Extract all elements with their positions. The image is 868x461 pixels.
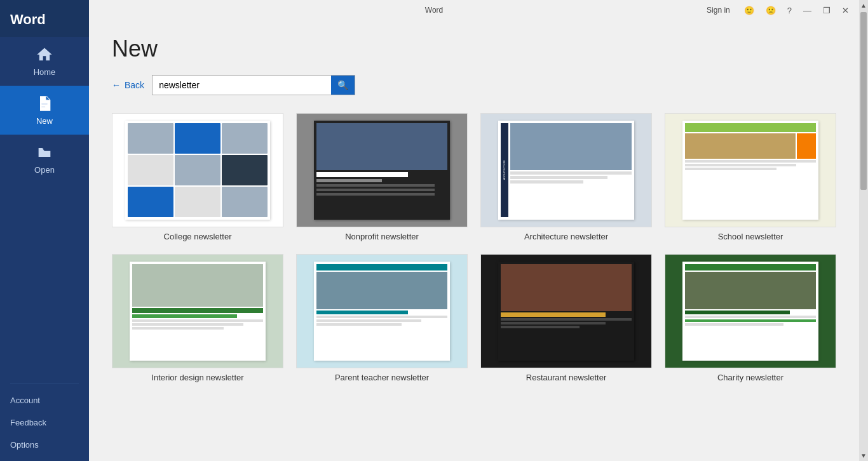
svg-rect-0 bbox=[41, 104, 47, 104]
page-title: New bbox=[112, 36, 836, 62]
template-card-college-newsletter[interactable]: College newsletter bbox=[112, 113, 283, 241]
template-thumb-interior bbox=[112, 254, 283, 368]
sidebar-item-new-label: New bbox=[36, 116, 53, 126]
feedback-label: Feedback bbox=[10, 418, 46, 427]
home-icon bbox=[36, 46, 53, 63]
help-icon[interactable]: ? bbox=[782, 3, 797, 18]
options-label: Options bbox=[10, 440, 39, 450]
template-card-parent-teacher-newsletter[interactable]: Parent teacher newsletter bbox=[296, 254, 468, 382]
back-label: Back bbox=[125, 80, 144, 90]
scroll-down-button[interactable]: ▼ bbox=[860, 450, 867, 461]
search-input[interactable] bbox=[153, 76, 331, 94]
template-label-parent: Parent teacher newsletter bbox=[335, 373, 429, 382]
template-label-interior: Interior design newsletter bbox=[151, 373, 243, 382]
titlebar-actions: Sign in 🙂 🙁 ? — ❐ ✕ bbox=[702, 3, 854, 18]
template-thumb-nonprofit bbox=[296, 113, 468, 227]
template-thumb-charity bbox=[665, 254, 836, 368]
template-card-architecture-newsletter[interactable]: ARCHITECTURE Architecture newsletter bbox=[480, 113, 652, 241]
sidebar-item-home-label: Home bbox=[34, 67, 56, 77]
smiley-icon[interactable]: 🙂 bbox=[739, 3, 759, 18]
back-button[interactable]: ← Back bbox=[112, 80, 144, 90]
sidebar-item-open[interactable]: Open bbox=[0, 135, 89, 184]
titlebar-app-name: Word bbox=[425, 6, 443, 15]
template-card-school-newsletter[interactable]: School newsletter bbox=[665, 113, 836, 241]
template-thumb-college bbox=[112, 113, 283, 227]
sidebar: Word Home New Open Account Feedback Op bbox=[0, 0, 89, 461]
sidebar-item-feedback[interactable]: Feedback bbox=[0, 411, 89, 434]
open-folder-icon bbox=[36, 144, 53, 161]
template-label-nonprofit: Nonprofit newsletter bbox=[345, 232, 419, 241]
close-button[interactable]: ✕ bbox=[837, 3, 854, 18]
search-bar: ← Back 🔍 bbox=[112, 75, 836, 95]
sidebar-bottom: Account Feedback Options bbox=[0, 389, 89, 461]
main-area: Word Sign in 🙂 🙁 ? — ❐ ✕ New ← Back 🔍 bbox=[89, 0, 859, 461]
search-input-wrap: 🔍 bbox=[152, 75, 355, 95]
back-arrow-icon: ← bbox=[112, 80, 121, 90]
sidebar-divider bbox=[10, 384, 79, 384]
template-card-restaurant-newsletter[interactable]: Restaurant newsletter bbox=[480, 254, 652, 382]
template-label-charity: Charity newsletter bbox=[717, 373, 783, 382]
search-button[interactable]: 🔍 bbox=[331, 76, 355, 95]
svg-rect-1 bbox=[41, 107, 45, 107]
sidebar-item-home[interactable]: Home bbox=[0, 37, 89, 86]
scroll-up-button[interactable]: ▲ bbox=[860, 0, 867, 11]
scroll-thumb[interactable] bbox=[860, 12, 867, 190]
template-thumb-architecture: ARCHITECTURE bbox=[480, 113, 652, 227]
template-card-nonprofit-newsletter[interactable]: Nonprofit newsletter bbox=[296, 113, 468, 241]
template-thumb-parent bbox=[296, 254, 468, 368]
sidebar-item-new[interactable]: New bbox=[0, 86, 89, 135]
app-title: Word bbox=[0, 0, 89, 37]
sidebar-item-account[interactable]: Account bbox=[0, 389, 89, 411]
scrollbar-track: ▲ ▼ bbox=[859, 0, 868, 461]
sidebar-item-open-label: Open bbox=[34, 165, 55, 175]
maximize-button[interactable]: ❐ bbox=[818, 3, 836, 18]
template-label-school: School newsletter bbox=[718, 232, 783, 241]
minimize-button[interactable]: — bbox=[798, 3, 817, 18]
template-thumb-school bbox=[665, 113, 836, 227]
account-label: Account bbox=[10, 396, 40, 405]
titlebar: Word Sign in 🙂 🙁 ? — ❐ ✕ bbox=[89, 0, 859, 20]
template-thumb-restaurant bbox=[480, 254, 652, 368]
content-area: New ← Back 🔍 bbox=[89, 20, 859, 461]
new-doc-icon bbox=[36, 95, 53, 112]
template-label-college: College newsletter bbox=[164, 232, 232, 241]
template-label-architecture: Architecture newsletter bbox=[524, 232, 608, 241]
template-card-interior-design-newsletter[interactable]: Interior design newsletter bbox=[112, 254, 283, 382]
template-card-charity-newsletter[interactable]: Charity newsletter bbox=[665, 254, 836, 382]
signin-button[interactable]: Sign in bbox=[702, 4, 735, 16]
sidebar-nav: Home New Open Account Feedback Options bbox=[0, 37, 89, 461]
frown-icon[interactable]: 🙁 bbox=[761, 3, 781, 18]
template-label-restaurant: Restaurant newsletter bbox=[526, 373, 606, 382]
sidebar-item-options[interactable]: Options bbox=[0, 434, 89, 456]
templates-grid: College newsletter Nonprofit newsletter bbox=[112, 113, 836, 382]
